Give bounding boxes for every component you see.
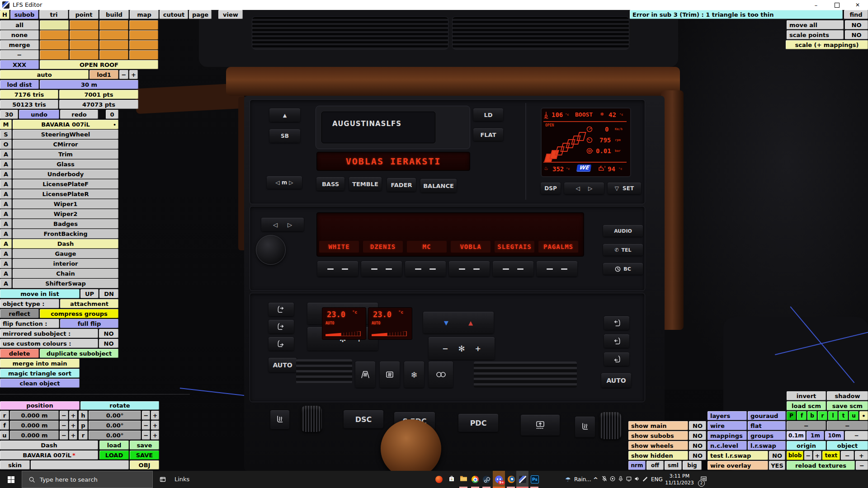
save-model-button[interactable]: SAVE	[130, 450, 159, 460]
rotate-increase-button[interactable]: +	[151, 431, 159, 440]
subobject-row-CMirror[interactable]: CMirror	[13, 140, 118, 149]
position-increase-button[interactable]: +	[69, 431, 77, 440]
grid-size-10m-button[interactable]: 10m	[825, 431, 844, 440]
obj-export-button[interactable]: OBJ	[130, 460, 159, 469]
invert-button[interactable]: invert	[787, 391, 826, 400]
subobject-row-Underbody[interactable]: Underbody	[13, 169, 118, 179]
custom-colours-value[interactable]: NO	[99, 339, 118, 348]
find-button[interactable]: find	[844, 10, 868, 19]
position-decrease-button[interactable]: −	[60, 421, 68, 430]
position-decrease-button[interactable]: −	[60, 411, 68, 420]
flip-function-value[interactable]: full flip	[60, 319, 118, 328]
xxx-button[interactable]: XXX	[0, 60, 39, 69]
subobject-tag[interactable]: A	[0, 209, 12, 219]
discord-icon[interactable]: 9+	[495, 476, 503, 483]
compress-groups-button[interactable]: compress groups	[40, 309, 118, 318]
subobject-tag[interactable]: A	[0, 189, 12, 199]
reload-textures-button[interactable]: reload textures	[787, 461, 855, 470]
object-button[interactable]: object	[827, 441, 868, 450]
mapping-grid-cell[interactable]	[129, 20, 158, 30]
store-icon[interactable]	[448, 475, 455, 484]
weather-label[interactable]: Rain...	[574, 476, 591, 483]
orange-app-icon[interactable]	[435, 476, 443, 483]
photoshop-icon[interactable]: Ps	[531, 475, 539, 483]
mapping-grid-cell[interactable]	[99, 20, 128, 30]
subobject-tag[interactable]: A	[0, 259, 12, 268]
subobject-tag[interactable]: A	[0, 199, 12, 209]
position-value-f[interactable]: 0.000 m	[10, 421, 59, 430]
mappings-button[interactable]: mappings	[708, 431, 747, 440]
mapping-grid-cell[interactable]	[129, 50, 158, 60]
subobject-row-BAVARIA 007iL[interactable]: BAVARIA 007iL•	[13, 120, 118, 129]
subobject-row-Glass[interactable]: Glass	[13, 160, 118, 169]
rotate-decrease-button[interactable]: −	[142, 421, 150, 430]
grid-size-−-button[interactable]: −	[845, 431, 868, 440]
grid-size-0.1m-button[interactable]: 0.1m	[787, 431, 806, 440]
position-value-r[interactable]: 0.000 m	[10, 411, 59, 420]
text-plus-button[interactable]: +	[855, 451, 868, 460]
subobject-tag[interactable]: A	[0, 169, 12, 179]
subobject-tag[interactable]: M	[0, 120, 12, 129]
mapping-grid-cell[interactable]	[40, 40, 69, 50]
wire-overlay-value[interactable]: YES	[769, 461, 785, 470]
flat-shading-button[interactable]: flat	[748, 421, 786, 430]
maximize-button[interactable]	[826, 0, 847, 10]
mapping-grid-cell[interactable]	[70, 50, 99, 60]
subobject-tag[interactable]: A	[0, 179, 12, 189]
mapping-grid-cell[interactable]	[129, 40, 158, 50]
show-main-button[interactable]: show main	[628, 421, 688, 430]
rotate-increase-button[interactable]: +	[151, 411, 159, 420]
channel-b-button[interactable]: b	[807, 411, 817, 420]
position-increase-button[interactable]: +	[69, 421, 77, 430]
mapping-grid-cell[interactable]	[99, 40, 128, 50]
menu-tab-build[interactable]: build	[99, 10, 129, 19]
wire-overlay-button[interactable]: wire overlay	[708, 461, 768, 470]
skin-name-field[interactable]	[31, 460, 129, 469]
subobject-tag[interactable]: O	[0, 140, 12, 149]
gouraud-button[interactable]: gouraud	[748, 411, 786, 420]
mapping-grid-cell[interactable]	[70, 40, 99, 50]
groups-button[interactable]: groups	[748, 431, 786, 440]
redo-button[interactable]: redo	[60, 110, 98, 119]
show-hidden-value[interactable]: NO	[689, 451, 706, 460]
lr-swap-button[interactable]: l.r.swap	[748, 441, 786, 450]
channel-l-button[interactable]: l	[828, 411, 838, 420]
mapping-grid-cell[interactable]	[129, 30, 158, 40]
test-lr-swap-button[interactable]: test l.r.swap	[708, 451, 768, 460]
undo-button[interactable]: undo	[19, 110, 59, 119]
menu-tab-tri[interactable]: tri	[39, 10, 68, 19]
mirrored-subobject-value[interactable]: NO	[99, 329, 118, 338]
channel-u-button[interactable]: u	[849, 411, 859, 420]
show-main-value[interactable]: NO	[689, 421, 706, 430]
mic-icon[interactable]	[618, 475, 624, 484]
duplicate-subobject-button[interactable]: duplicate subobject	[40, 349, 118, 358]
menu-tab-view[interactable]: view	[218, 10, 243, 19]
lod1-button[interactable]: lod1	[90, 70, 118, 79]
obs-tray-icon[interactable]	[609, 475, 616, 484]
channel-dot-button[interactable]: •	[859, 411, 868, 420]
language-indicator[interactable]: ENG	[651, 476, 663, 483]
blob-plus-button[interactable]: +	[813, 451, 821, 460]
subobject-row-Dash[interactable]: Dash	[13, 239, 118, 249]
search-box[interactable]: Type here to search	[22, 471, 153, 488]
open-roof-button[interactable]: OPEN ROOF	[40, 60, 158, 69]
scale-points-button[interactable]: scale points	[787, 30, 844, 39]
subobject-row-LicensePlateF[interactable]: LicensePlateF	[13, 179, 118, 189]
subobject-row-ShifterSwap[interactable]: ShifterSwap	[13, 279, 118, 288]
subobject-row-Badges[interactable]: Badges	[13, 219, 118, 229]
reflect-button[interactable]: reflect	[0, 309, 39, 318]
auto-lod-button[interactable]: auto	[0, 70, 89, 79]
wire-button[interactable]: wire	[708, 421, 747, 430]
task-view-button[interactable]	[159, 476, 166, 485]
mapping-grid-cell[interactable]	[40, 50, 69, 60]
scale-mappings-button[interactable]: scale (+ mappings)	[786, 40, 868, 49]
skin-button[interactable]: skin	[0, 460, 30, 469]
position-increase-button[interactable]: +	[69, 411, 77, 420]
save-scm-button[interactable]: save scm	[827, 401, 868, 410]
subobject-tag[interactable]: A	[0, 269, 12, 278]
shadow-button[interactable]: shadow	[827, 391, 868, 400]
volume-icon[interactable]	[634, 475, 640, 484]
file-explorer-icon[interactable]	[460, 475, 467, 484]
tray-chevron-icon[interactable]: ^	[593, 476, 598, 483]
blender-icon[interactable]	[508, 476, 515, 483]
